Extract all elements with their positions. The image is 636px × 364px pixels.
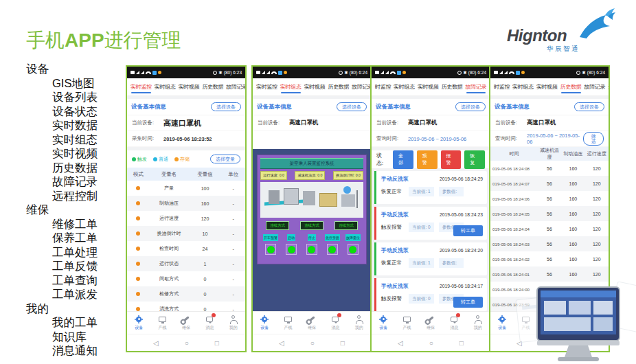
android-recents-key[interactable]: □ [459,339,464,347]
menu-item: 工单处理 [26,245,98,260]
tab[interactable]: 实时组态 [512,80,534,93]
query-time-value[interactable]: 2019-05-06 ~ 2019-05-06 [408,136,466,142]
query-time-value[interactable]: 2019-05-06 ~ 2019-05-06 [527,133,583,145]
person-icon [231,315,235,323]
nav-item-production-line[interactable]: 产线 [395,315,418,331]
select-device-button[interactable]: 选择设备 [455,102,486,111]
nav-item-messages[interactable]: 消息 [442,315,466,331]
store-mode-icon [136,231,140,236]
android-back-key[interactable]: ◁ [398,339,403,347]
variable-table: 产量 100 - 制动油压 160 - 运行速度 120 - 换油倒计时 10 [127,181,245,311]
tab[interactable]: 故障记录 [465,80,488,93]
menu-item: 工单查询 [26,273,98,288]
menu-item: 远程控制 [26,189,98,203]
menu-item: 工单派发 [26,287,98,302]
nav-item-messages[interactable]: 消息 [323,315,347,331]
alarm-status: 恢复正常 [381,188,409,195]
android-back-key[interactable]: ◁ [153,339,159,347]
tab[interactable]: 实时视频 [536,80,558,93]
param-value: 参数值: [439,258,464,268]
table-row: 检修方式 0 - [127,286,245,302]
notification-dot [456,313,460,317]
select-variable-button[interactable]: 选择变量 [210,155,240,163]
select-device-button[interactable]: 选择设备 [211,102,241,111]
menu-item: 故障记录 [26,174,98,189]
tab[interactable]: 时监控 [374,80,391,93]
tab[interactable]: 实时视频 [304,80,326,93]
tab[interactable]: 实时组态 [154,80,177,93]
nav-item-mine[interactable]: 我的 [222,315,245,331]
android-home-key[interactable]: ○ [310,339,315,347]
nav-item-device[interactable]: 设备 [372,315,395,331]
mode-button[interactable]: 连续方式 [334,221,358,230]
control: 停止 [302,234,321,255]
control: 急停旁路 [323,234,342,255]
store-mode-icon [136,277,140,281]
signal-icon [381,71,384,74]
nav-item-production-line[interactable]: 产线 [150,315,174,331]
table-row: 检查时间 24 - [127,241,245,256]
tab[interactable]: 实时视频 [417,80,440,93]
tab[interactable]: 故障记录 [584,80,606,93]
tab[interactable]: 历史数据 [441,80,464,93]
indicator-lamp-button[interactable] [265,244,276,255]
status-filter-button[interactable]: 预警 [417,150,438,169]
signal-icon [141,71,144,74]
menu-item: 实时视频 [26,146,98,161]
mode-button[interactable]: 连续方式 [300,221,323,230]
android-recents-key[interactable]: □ [215,339,219,347]
tab[interactable]: 历史数据 [327,80,350,93]
tab[interactable]: 实时视频 [178,80,201,93]
nav-item-mine[interactable]: 我的 [348,315,371,331]
mode-button[interactable]: 连续方式 [266,221,289,230]
tab[interactable]: 时监控 [493,80,510,93]
status-filter-button[interactable]: 恢复 [464,150,485,169]
transfer-workorder-button[interactable]: 转工单 [453,297,483,308]
green-lamp-icon [308,246,315,253]
tab[interactable]: 故障记录 [351,80,371,93]
nav-item-production-line[interactable]: 产线 [276,315,299,331]
tab[interactable]: 实时组态 [393,80,416,93]
store-mode-icon [136,247,140,251]
bottom-nav: 设备 产线 维保 消息 我的 [127,311,245,334]
status-filter-button[interactable]: 报警 [441,150,462,169]
param-value: 参数值: [439,187,464,196]
nav-item-device[interactable]: 设备 [127,315,150,331]
monitor-illustration [497,277,636,364]
android-home-key[interactable]: ○ [185,339,189,347]
indicator-lamp-button[interactable] [286,244,297,255]
tab[interactable]: 故障记录 [225,80,245,93]
menu-item: 设备列表 [26,90,98,104]
select-device-button[interactable]: 选择设备 [337,102,367,111]
nav-item-maintenance[interactable]: 维保 [174,315,198,331]
alarm-clock-icon [213,71,217,75]
transfer-workorder-button[interactable]: 转工单 [453,225,483,236]
nav-item-maintenance[interactable]: 维保 [419,315,442,331]
tab[interactable]: 历史数据 [560,80,582,93]
android-recents-key[interactable]: □ [341,339,345,347]
nav-item-mine[interactable]: 我的 [466,315,490,331]
nav-item-device[interactable]: 设备 [253,315,276,331]
tab[interactable]: 实时组态 [280,80,302,93]
tab[interactable]: 远程控制 [607,80,609,93]
status-filter-button[interactable]: 全部 [393,150,413,169]
wifi-icon [509,71,514,74]
filter-button[interactable]: 筛选 [583,132,604,146]
bluetooth-icon: ✱ [463,70,466,76]
indicator-lamp-button[interactable] [306,244,317,255]
store-mode-icon [136,216,140,220]
current-device-label: 当前设备: [258,120,289,126]
nav-item-messages[interactable]: 消息 [198,315,221,331]
select-device-button[interactable]: 选择设备 [574,102,604,111]
bluetooth-icon: ✱ [344,70,348,76]
android-back-key[interactable]: ◁ [279,339,284,347]
indicator-lamp-button[interactable] [348,244,359,255]
android-home-key[interactable]: ○ [429,339,433,347]
nav-item-maintenance[interactable]: 维保 [300,315,323,331]
menu-item: 维修工单 [26,217,98,231]
tab[interactable]: 实时监控 [255,80,278,93]
menu-item: 设备状态 [26,104,98,119]
tab[interactable]: 历史数据 [201,80,224,93]
indicator-lamp-button[interactable] [327,244,338,255]
tab[interactable]: 实时监控 [130,80,152,93]
